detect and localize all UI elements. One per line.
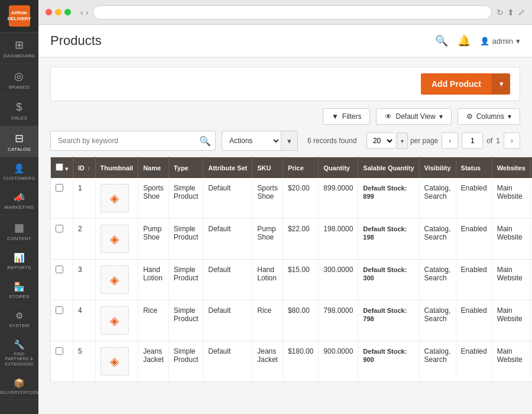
sidebar-logo[interactable]: AllRideDELIVERY <box>0 0 38 33</box>
row-sku: Jeans Jacket <box>252 341 283 382</box>
row-salable-quantity: Default Stock: 198 <box>358 219 419 260</box>
row-quantity: 899.0000 <box>319 178 358 219</box>
sidebar-item-reports[interactable]: 📊 Reports <box>0 247 38 276</box>
row-status: Enabled <box>456 178 492 219</box>
product-thumbnail: ◈ <box>100 225 129 253</box>
row-type: Simple Product <box>168 178 203 219</box>
bell-icon[interactable]: 🔔 <box>458 34 471 47</box>
back-button[interactable]: ‹ <box>80 8 83 17</box>
add-product-dropdown-icon[interactable]: ▾ <box>492 74 510 94</box>
sidebar-item-system[interactable]: ⚙ System <box>0 305 38 334</box>
content-icon: ▦ <box>14 221 24 234</box>
magento-logo-icon: ◈ <box>110 273 119 287</box>
sidebar-item-label: Content <box>7 236 31 241</box>
filter-icon: ▼ <box>332 112 339 121</box>
row-status: Enabled <box>456 300 492 341</box>
row-checkbox[interactable] <box>56 225 63 232</box>
th-id[interactable]: ID ↕ <box>73 157 96 179</box>
columns-select[interactable]: ⚙ Columns ▾ <box>458 108 520 125</box>
th-visibility: Visibility <box>419 157 456 179</box>
magento-logo-icon: ◈ <box>110 313 119 328</box>
content-area: Add Product ▾ ▼ Filters 👁 Default View ▾… <box>38 57 532 414</box>
url-bar[interactable] <box>93 5 492 20</box>
row-salable-quantity: Default Stock: 899 <box>358 178 419 219</box>
row-websites: Main Website <box>492 219 530 260</box>
sidebar-item-sales[interactable]: $ Sales <box>0 95 38 126</box>
row-visibility: Catalog, Search <box>419 178 456 219</box>
search-input[interactable] <box>50 131 216 151</box>
row-checkbox[interactable] <box>56 184 63 192</box>
add-product-label: Add Product <box>421 73 492 95</box>
row-id: 2 <box>73 219 96 260</box>
magento-logo-icon: ◈ <box>110 354 119 368</box>
magento-logo-icon: ◈ <box>110 232 119 246</box>
add-product-button[interactable]: Add Product ▾ <box>421 73 510 95</box>
row-websites: Main Website <box>492 341 530 382</box>
sidebar-item-label: Catalog <box>8 147 31 152</box>
columns-label: Columns <box>476 112 504 121</box>
browser-chrome: ‹ › ↻ ⬆ ⤢ <box>38 0 532 25</box>
sort-toggle-icon[interactable]: ▾ <box>65 166 68 172</box>
per-page-dropdown-icon[interactable]: ▾ <box>397 132 408 149</box>
sidebar-item-label: DeliveryZipCode <box>0 390 38 394</box>
sidebar-item-customers[interactable]: 👤 Customers <box>0 157 38 186</box>
resize-icon[interactable]: ⤢ <box>518 8 525 17</box>
row-salable-quantity: Default Stock: 900 <box>358 341 419 382</box>
sort-icon: ↕ <box>87 165 90 171</box>
next-page-button[interactable]: › <box>504 132 520 149</box>
row-thumbnail: ◈ <box>95 341 138 382</box>
default-view-select[interactable]: 👁 Default View ▾ <box>376 108 451 125</box>
sidebar-item-label: Brands <box>9 85 30 90</box>
row-status: Enabled <box>456 341 492 382</box>
sidebar-item-dashboard[interactable]: ⊞ Dashboard <box>0 33 38 64</box>
select-all-checkbox[interactable] <box>56 163 63 171</box>
stores-icon: 🏪 <box>14 282 25 292</box>
actions-dropdown-icon[interactable]: ▾ <box>281 131 298 151</box>
dashboard-icon: ⊞ <box>15 38 24 51</box>
row-price: $20.00 <box>283 178 318 219</box>
sidebar-item-deliveryzip[interactable]: 📦 DeliveryZipCode <box>0 372 38 400</box>
main-content: ‹ › ↻ ⬆ ⤢ Products 🔍 🔔 👤 admin ▾ Add Pro… <box>38 0 532 414</box>
row-checkbox[interactable] <box>56 266 63 273</box>
forward-button[interactable]: › <box>86 8 89 17</box>
magento-logo-icon: ◈ <box>110 191 119 205</box>
row-status: Enabled <box>456 219 492 260</box>
row-thumbnail: ◈ <box>95 300 138 341</box>
row-checkbox[interactable] <box>56 347 63 355</box>
sidebar-item-content[interactable]: ▦ Content <box>0 215 38 247</box>
reports-icon: 📊 <box>14 253 25 263</box>
row-checkbox[interactable] <box>56 306 63 314</box>
user-dropdown-icon: ▾ <box>516 37 520 46</box>
maximize-dot[interactable] <box>64 9 71 15</box>
table-body: 1 ◈ Sports Shoe Simple Product Default S… <box>51 178 533 382</box>
per-page-select[interactable]: 20 <box>366 132 394 149</box>
row-visibility: Catalog, Search <box>419 219 456 260</box>
row-sku: Hand Lotion <box>252 260 283 300</box>
th-checkbox: ▾ <box>51 157 73 179</box>
sidebar-item-catalog[interactable]: ⊟ Catalog <box>0 126 38 157</box>
page-input[interactable] <box>462 132 483 149</box>
table-row: 4 ◈ Rice Simple Product Default Rice $80… <box>51 300 533 341</box>
row-id: 3 <box>73 260 96 300</box>
minimize-dot[interactable] <box>55 9 61 15</box>
catalog-icon: ⊟ <box>15 132 24 145</box>
sidebar-item-brands[interactable]: ◎ Brands <box>0 64 38 95</box>
gear-icon: ⚙ <box>466 112 473 121</box>
user-menu[interactable]: 👤 admin ▾ <box>480 37 520 46</box>
sidebar-item-find-partners[interactable]: 🔧 Find Partners & Extensions <box>0 334 38 372</box>
filters-button[interactable]: ▼ Filters <box>323 108 371 125</box>
close-dot[interactable] <box>46 9 52 15</box>
prev-page-button[interactable]: ‹ <box>442 132 458 149</box>
row-id: 4 <box>73 300 96 341</box>
search-submit-button[interactable]: 🔍 <box>199 135 211 147</box>
sidebar-item-marketing[interactable]: 📣 Marketing <box>0 186 38 215</box>
header-actions: 🔍 🔔 👤 admin ▾ <box>435 34 520 47</box>
actions-select[interactable]: Actions <box>222 131 281 151</box>
reload-icon[interactable]: ↻ <box>497 8 504 17</box>
search-wrap: 🔍 <box>50 131 216 151</box>
share-icon[interactable]: ⬆ <box>507 8 514 17</box>
row-name: Jeans Jacket <box>138 341 169 382</box>
sidebar-item-stores[interactable]: 🏪 Stores <box>0 276 38 305</box>
products-table: ▾ ID ↕ Thumbnail Name Type Attribute Set… <box>50 157 532 382</box>
search-icon[interactable]: 🔍 <box>435 34 448 47</box>
